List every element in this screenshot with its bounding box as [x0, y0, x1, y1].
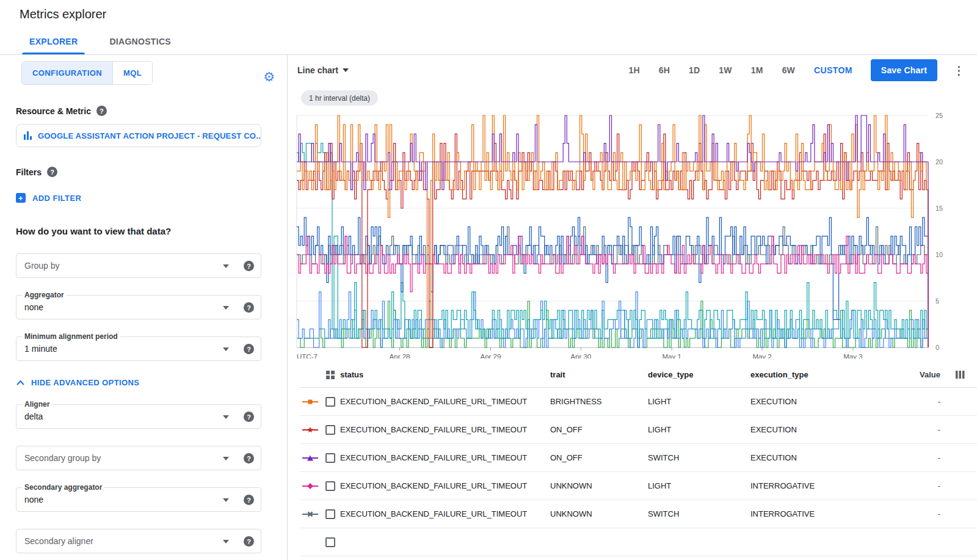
column-header-status[interactable]: status: [340, 370, 550, 379]
mql-toggle[interactable]: MQL: [112, 62, 152, 84]
row-checkbox[interactable]: [325, 481, 335, 491]
tab-bar: EXPLORER DIAGNOSTICS: [0, 28, 977, 55]
svg-text:5: 5: [935, 297, 939, 305]
filters-help-icon[interactable]: [47, 167, 57, 177]
resource-metric-help-icon[interactable]: [96, 106, 107, 116]
status-cell: EXECUTION_BACKEND_FAILURE_URL_TIMEOUT: [340, 453, 550, 462]
status-cell: EXECUTION_BACKEND_FAILURE_URL_TIMEOUT: [340, 481, 550, 490]
secondary-group-by-select[interactable]: Secondary group by: [16, 446, 261, 470]
chevron-down-icon: [223, 498, 229, 502]
column-header-device-type[interactable]: device_type: [648, 370, 750, 379]
time-range-1w[interactable]: 1W: [719, 65, 732, 75]
row-checkbox[interactable]: [325, 397, 335, 407]
svg-text:20: 20: [935, 158, 943, 165]
metric-selector-label: GOOGLE ASSISTANT ACTION PROJECT - REQUES…: [38, 131, 261, 140]
overflow-menu-icon[interactable]: [947, 64, 971, 78]
svg-text:15: 15: [935, 205, 943, 212]
chevron-down-icon: [223, 306, 229, 310]
row-checkbox[interactable]: [325, 509, 335, 519]
chevron-down-icon: [223, 264, 229, 268]
chevron-down-icon: [223, 540, 229, 544]
svg-text:UTC-7: UTC-7: [297, 353, 318, 358]
tab-diagnostics[interactable]: DIAGNOSTICS: [93, 28, 187, 54]
chevron-down-icon: [343, 68, 349, 72]
device-type-cell: LIGHT: [648, 481, 750, 490]
execution-type-cell: EXECUTION: [750, 425, 902, 434]
aligner-label: Aligner: [22, 400, 52, 409]
value-cell: -: [902, 453, 943, 462]
series-marker-icon: [300, 539, 321, 546]
device-type-cell: LIGHT: [648, 425, 750, 434]
column-picker-icon[interactable]: [943, 371, 977, 379]
device-type-cell: SWITCH: [648, 453, 750, 462]
resource-metric-section: Resource & Metric: [16, 106, 287, 116]
time-range-6w[interactable]: 6W: [782, 65, 795, 75]
hide-advanced-options-button[interactable]: HIDE ADVANCED OPTIONS: [16, 378, 287, 387]
trait-cell: BRIGHTNESS: [550, 397, 648, 406]
svg-text:25: 25: [935, 112, 943, 119]
row-checkbox[interactable]: [325, 537, 335, 547]
view-data-question: How do you want to view that data?: [16, 226, 287, 236]
metric-selector-button[interactable]: GOOGLE ASSISTANT ACTION PROJECT - REQUES…: [16, 124, 261, 147]
chart-type-label: Line chart: [297, 65, 338, 75]
series-marker-icon: [300, 511, 321, 518]
table-row: EXECUTION_BACKEND_FAILURE_URL_TIMEOUT BR…: [300, 388, 977, 416]
aggregator-help-icon[interactable]: [244, 302, 254, 313]
column-header-execution-type[interactable]: execution_type: [750, 370, 902, 379]
time-range-6h[interactable]: 6H: [659, 65, 670, 75]
tab-explorer[interactable]: EXPLORER: [13, 28, 93, 54]
chevron-down-icon: [223, 347, 229, 351]
column-header-value[interactable]: Value: [902, 370, 943, 379]
metrics-line-chart[interactable]: 0510152025UTC-7Apr 28Apr 29Apr 30May 1Ma…: [296, 108, 966, 358]
trait-cell: UNKNOWN: [550, 509, 648, 518]
time-range-1h[interactable]: 1H: [628, 65, 639, 75]
save-chart-button[interactable]: Save Chart: [871, 59, 937, 81]
plus-icon: [16, 193, 26, 203]
time-range-1d[interactable]: 1D: [689, 65, 700, 75]
secondary-aligner-select[interactable]: Secondary aligner: [16, 529, 261, 553]
svg-text:0: 0: [935, 344, 939, 351]
secondary-aggregator-value: none: [24, 495, 43, 504]
row-checkbox[interactable]: [325, 425, 335, 435]
settings-gear-icon[interactable]: [263, 70, 275, 84]
svg-text:Apr 28: Apr 28: [390, 353, 410, 358]
add-filter-button[interactable]: ADD FILTER: [16, 193, 287, 203]
trait-cell: ON_OFF: [550, 425, 648, 434]
chevron-up-icon: [16, 380, 25, 386]
aligner-help-icon[interactable]: [244, 412, 254, 422]
table-row: EXECUTION_BACKEND_FAILURE_URL_TIMEOUT ON…: [300, 416, 977, 444]
group-by-select[interactable]: Group by: [16, 253, 261, 278]
aggregator-select[interactable]: Aggregator none: [16, 295, 261, 319]
hide-advanced-options-label: HIDE ADVANCED OPTIONS: [31, 378, 139, 387]
column-header-trait[interactable]: trait: [550, 370, 648, 379]
status-cell: EXECUTION_BACKEND_FAILURE_URL_TIMEOUT: [340, 509, 550, 518]
execution-type-cell: EXECUTION: [750, 453, 902, 462]
configuration-toggle[interactable]: CONFIGURATION: [22, 62, 112, 84]
chart-type-select[interactable]: Line chart: [297, 65, 349, 75]
min-alignment-period-select[interactable]: Minimum alignment period 1 minute: [16, 336, 261, 361]
time-range-custom[interactable]: CUSTOM: [814, 65, 852, 75]
secondary-aligner-help-icon[interactable]: [244, 536, 254, 547]
svg-text:Apr 30: Apr 30: [570, 353, 591, 358]
group-by-help-icon[interactable]: [244, 261, 254, 271]
secondary-group-by-help-icon[interactable]: [244, 453, 254, 464]
aligner-select[interactable]: Aligner delta: [16, 404, 261, 429]
min-alignment-period-label: Minimum alignment period: [22, 332, 120, 341]
row-checkbox[interactable]: [325, 453, 335, 463]
series-marker-icon: [300, 454, 321, 462]
secondary-aggregator-select[interactable]: Secondary aggregator none: [16, 487, 261, 512]
min-alignment-period-help-icon[interactable]: [244, 344, 254, 354]
execution-type-cell: EXECUTION: [750, 397, 902, 406]
time-range-1m[interactable]: 1M: [751, 65, 763, 75]
select-all-series-icon[interactable]: [321, 371, 340, 379]
legend-table: status trait device_type execution_type …: [288, 362, 977, 556]
secondary-aggregator-help-icon[interactable]: [244, 495, 254, 505]
chart-toolbar: Line chart 1H6H1D1W1M6WCUSTOM Save Chart: [288, 55, 977, 85]
execution-type-cell: INTERROGATIVE: [750, 509, 902, 518]
svg-text:10: 10: [935, 251, 943, 258]
chevron-down-icon: [223, 457, 229, 460]
svg-text:May 3: May 3: [843, 353, 862, 358]
filters-label: Filters: [16, 167, 42, 177]
app-header: Metrics explorer: [0, 0, 977, 28]
aggregator-value: none: [24, 302, 43, 312]
